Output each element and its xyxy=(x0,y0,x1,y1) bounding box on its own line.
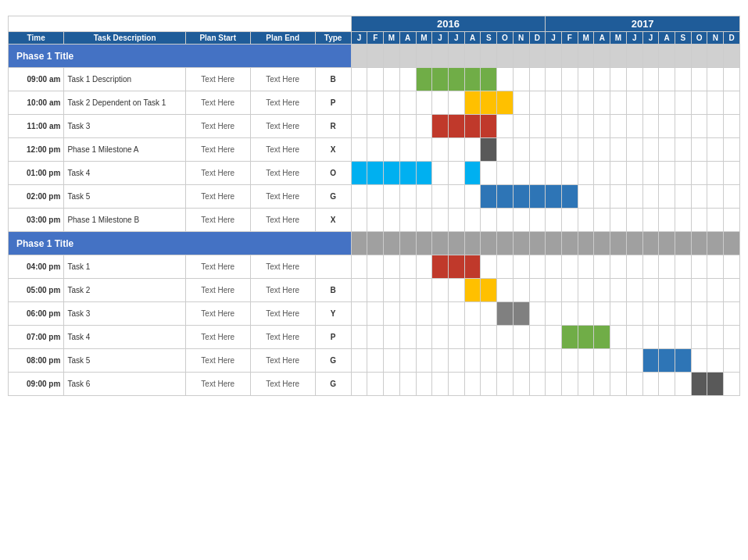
plan-start-cell: Text Here xyxy=(185,302,250,326)
gantt-bar-cell xyxy=(724,373,740,396)
phase-gantt-cell xyxy=(529,232,546,255)
gantt-bar-cell xyxy=(642,162,659,185)
gantt-bar-cell xyxy=(384,349,400,373)
gantt-bar-cell xyxy=(432,68,449,91)
gantt-bar-cell xyxy=(626,68,642,91)
phase-gantt-cell xyxy=(513,45,529,68)
gantt-bar-cell xyxy=(724,302,740,326)
gantt-bar-cell xyxy=(610,279,627,302)
type-cell: R xyxy=(315,115,351,138)
gantt-bar-cell xyxy=(578,162,594,185)
gantt-bar-cell xyxy=(464,326,481,349)
gantt-bar-cell xyxy=(659,115,675,138)
gantt-bar-cell xyxy=(448,349,464,373)
gantt-bar-cell xyxy=(561,349,578,373)
gantt-bar-cell xyxy=(707,162,724,185)
gantt-bar-cell xyxy=(432,373,449,396)
gantt-bar-cell xyxy=(432,279,449,302)
gantt-bar-cell xyxy=(464,349,481,373)
gantt-bar-cell xyxy=(626,115,642,138)
gantt-bar-cell xyxy=(707,138,724,162)
gantt-bar-cell xyxy=(384,255,400,279)
gantt-bar-cell xyxy=(399,162,416,185)
gantt-bar-cell xyxy=(432,326,449,349)
gantt-bar-cell xyxy=(513,349,529,373)
time-cell: 10:00 am xyxy=(9,91,64,115)
gantt-bar-cell xyxy=(578,115,594,138)
phase-gantt-cell xyxy=(351,45,367,68)
gantt-bar-cell xyxy=(626,326,642,349)
plan-start-cell: Text Here xyxy=(185,326,250,349)
gantt-bar-cell xyxy=(691,326,707,349)
gantt-bar-cell xyxy=(691,115,707,138)
gantt-bar-cell xyxy=(691,68,707,91)
gantt-bar-cell xyxy=(529,209,546,232)
gantt-bar-cell xyxy=(707,302,724,326)
gantt-bar-cell xyxy=(578,349,594,373)
gantt-bar-cell xyxy=(642,185,659,209)
plan-end-cell: Text Here xyxy=(250,185,315,209)
plan-start-cell: Text Here xyxy=(185,255,250,279)
gantt-bar-cell xyxy=(659,162,675,185)
phase-gantt-cell xyxy=(367,45,384,68)
gantt-bar-cell xyxy=(432,162,449,185)
gantt-bar-cell xyxy=(448,162,464,185)
gantt-bar-cell xyxy=(691,349,707,373)
gantt-bar-cell xyxy=(529,68,546,91)
gantt-bar-cell xyxy=(448,279,464,302)
gantt-bar-cell xyxy=(384,91,400,115)
gantt-bar-cell xyxy=(594,279,610,302)
gantt-bar-cell xyxy=(707,373,724,396)
gantt-bar-cell xyxy=(513,68,529,91)
gantt-bar-cell xyxy=(384,279,400,302)
gantt-bar-cell xyxy=(481,373,497,396)
type-cell: G xyxy=(315,349,351,373)
gantt-bar-cell xyxy=(529,302,546,326)
type-cell: P xyxy=(315,91,351,115)
gantt-bar-cell xyxy=(351,68,367,91)
task-cell: Task 6 xyxy=(64,373,185,396)
gantt-bar-cell xyxy=(384,302,400,326)
phase-gantt-cell xyxy=(464,232,481,255)
gantt-bar-cell xyxy=(659,185,675,209)
gantt-bar-cell xyxy=(578,185,594,209)
gantt-bar-cell xyxy=(464,209,481,232)
phase-gantt-cell xyxy=(561,232,578,255)
gantt-bar-cell xyxy=(578,68,594,91)
type-cell: P xyxy=(315,326,351,349)
gantt-bar-cell xyxy=(529,373,546,396)
gantt-bar-cell xyxy=(497,138,514,162)
gantt-bar-cell xyxy=(675,138,692,162)
gantt-bar-cell xyxy=(610,326,627,349)
time-cell: 12:00 pm xyxy=(9,138,64,162)
gantt-bar-cell xyxy=(481,185,497,209)
gantt-bar-cell xyxy=(464,91,481,115)
phase-gantt-cell xyxy=(399,45,416,68)
gantt-bar-cell xyxy=(675,68,692,91)
gantt-bar-cell xyxy=(497,185,514,209)
gantt-bar-cell xyxy=(497,115,514,138)
gantt-bar-cell xyxy=(399,326,416,349)
task-cell: Task 2 Dependent on Task 1 xyxy=(64,91,185,115)
gantt-bar-cell xyxy=(399,279,416,302)
gantt-bar-cell xyxy=(724,115,740,138)
gantt-bar-cell xyxy=(497,68,514,91)
type-cell: Y xyxy=(315,302,351,326)
plan-end-cell: Text Here xyxy=(250,91,315,115)
gantt-bar-cell xyxy=(659,326,675,349)
plan-end-cell: Text Here xyxy=(250,255,315,279)
gantt-bar-cell xyxy=(399,115,416,138)
phase-gantt-cell xyxy=(448,45,464,68)
gantt-bar-cell xyxy=(384,115,400,138)
gantt-bar-cell xyxy=(659,209,675,232)
gantt-bar-cell xyxy=(659,68,675,91)
gantt-bar-cell xyxy=(626,349,642,373)
gantt-bar-cell xyxy=(497,349,514,373)
gantt-bar-cell xyxy=(497,373,514,396)
phase-gantt-cell xyxy=(707,232,724,255)
gantt-bar-cell xyxy=(594,162,610,185)
gantt-bar-cell xyxy=(642,115,659,138)
gantt-bar-cell xyxy=(448,91,464,115)
gantt-bar-cell xyxy=(578,373,594,396)
gantt-bar-cell xyxy=(529,326,546,349)
